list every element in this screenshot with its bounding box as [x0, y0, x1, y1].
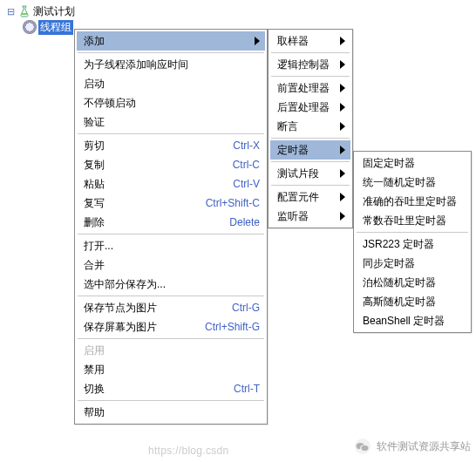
menu-separator: [271, 76, 350, 77]
menu-shortcut: Ctrl+Shift-G: [205, 321, 260, 333]
submenu-item-label: 断言: [277, 119, 330, 134]
submenu-item[interactable]: 取样器: [270, 31, 350, 51]
watermark-url: https://blog.csdn: [148, 445, 229, 457]
menu-add[interactable]: 添加: [77, 31, 265, 51]
tree-child-row[interactable]: 线程组: [5, 19, 75, 35]
menu-item[interactable]: 复写Ctrl+Shift-C: [77, 194, 265, 213]
timer-item[interactable]: 固定定时器: [356, 153, 469, 173]
tree-collapse-icon[interactable]: ⊟: [5, 6, 16, 17]
menu-separator: [78, 133, 264, 134]
submenu-arrow-icon: [340, 60, 345, 69]
timer-item-label: 高斯随机定时器: [363, 295, 464, 309]
menu-separator: [271, 52, 350, 53]
menu-item[interactable]: 启动: [77, 74, 265, 93]
timer-item[interactable]: JSR223 定时器: [356, 234, 469, 254]
add-submenu: 取样器逻辑控制器前置处理器后置处理器断言定时器测试片段配置元件监听器: [268, 29, 353, 228]
menu-item[interactable]: 删除Delete: [77, 213, 265, 232]
svg-point-1: [362, 445, 369, 451]
submenu-arrow-icon: [340, 193, 345, 201]
submenu-item[interactable]: 测试片段: [270, 164, 350, 183]
submenu-item[interactable]: 监听器: [270, 207, 350, 226]
submenu-item-label: 逻辑控制器: [277, 58, 330, 72]
menu-item-label: 启动: [84, 77, 260, 92]
menu-item-label: 为子线程添加响应时间: [84, 58, 260, 72]
submenu-arrow-icon: [340, 103, 345, 112]
menu-separator: [271, 138, 350, 139]
menu-item[interactable]: 验证: [77, 112, 265, 132]
menu-shortcut: Ctrl-V: [233, 178, 260, 190]
menu-item[interactable]: 选中部分保存为...: [77, 275, 265, 294]
menu-separator: [357, 232, 468, 233]
tree-panel: ⊟ 测试计划 线程组: [5, 3, 75, 35]
menu-item-label: 打开...: [84, 239, 260, 254]
menu-add-label: 添加: [84, 34, 244, 49]
timer-item[interactable]: 统一随机定时器: [356, 173, 469, 192]
submenu-item[interactable]: 配置元件: [270, 187, 350, 207]
submenu-item-label: 配置元件: [277, 190, 330, 205]
timer-item[interactable]: 准确的吞吐里定时器: [356, 192, 469, 211]
menu-separator: [271, 161, 350, 162]
menu-enable-label: 启用: [84, 343, 260, 358]
menu-item-label: 保存屏幕为图片: [84, 320, 187, 335]
menu-enable: 启用: [77, 341, 265, 360]
menu-disable-label: 禁用: [84, 363, 260, 377]
submenu-item[interactable]: 定时器: [270, 140, 350, 160]
menu-shortcut: Ctrl-X: [233, 139, 260, 152]
timer-item-label: 准确的吞吐里定时器: [363, 194, 464, 209]
submenu-item[interactable]: 前置处理器: [270, 78, 350, 98]
menu-item[interactable]: 剪切Ctrl-X: [77, 136, 265, 155]
submenu-item-label: 前置处理器: [277, 81, 330, 96]
timer-item-label: 同步定时器: [363, 256, 464, 271]
menu-item[interactable]: 不停顿启动: [77, 93, 265, 112]
menu-item-label: 不停顿启动: [84, 96, 260, 111]
menu-separator: [78, 52, 264, 53]
timer-item[interactable]: 高斯随机定时器: [356, 292, 469, 311]
menu-toggle-shortcut: Ctrl-T: [234, 383, 260, 395]
submenu-item[interactable]: 逻辑控制器: [270, 55, 350, 74]
menu-help[interactable]: 帮助: [77, 403, 265, 422]
menu-item[interactable]: 复制Ctrl-C: [77, 155, 265, 174]
submenu-arrow-icon: [255, 37, 260, 45]
tree-root-label[interactable]: 测试计划: [33, 4, 75, 19]
menu-item-label: 合并: [84, 258, 260, 273]
menu-shortcut: Ctrl-G: [232, 302, 260, 314]
menu-item[interactable]: 合并: [77, 255, 265, 275]
submenu-arrow-icon: [340, 169, 345, 178]
tree-child-label[interactable]: 线程组: [38, 20, 73, 35]
menu-item[interactable]: 为子线程添加响应时间: [77, 55, 265, 74]
gear-icon: [23, 20, 37, 34]
submenu-item-label: 取样器: [277, 34, 330, 49]
submenu-item-label: 后置处理器: [277, 100, 330, 115]
menu-item[interactable]: 打开...: [77, 236, 265, 255]
menu-shortcut: Delete: [229, 216, 260, 228]
timer-item-label: 固定定时器: [363, 156, 464, 171]
menu-item[interactable]: 保存屏幕为图片Ctrl+Shift-G: [77, 317, 265, 336]
menu-shortcut: Ctrl+Shift-C: [206, 197, 260, 209]
submenu-arrow-icon: [340, 84, 345, 92]
timer-item[interactable]: 常数吞吐里定时器: [356, 211, 469, 230]
submenu-item-label: 监听器: [277, 209, 330, 224]
timer-item[interactable]: 泊松随机定时器: [356, 273, 469, 292]
menu-item-label: 复写: [84, 196, 188, 211]
tree-root-row[interactable]: ⊟ 测试计划: [5, 3, 75, 19]
submenu-arrow-icon: [340, 212, 345, 221]
menu-separator: [78, 234, 264, 234]
menu-help-label: 帮助: [84, 405, 260, 420]
submenu-item[interactable]: 后置处理器: [270, 98, 350, 117]
menu-item[interactable]: 保存节点为图片Ctrl-G: [77, 298, 265, 317]
submenu-item[interactable]: 断言: [270, 117, 350, 136]
menu-item[interactable]: 粘贴Ctrl-V: [77, 174, 265, 194]
menu-toggle-label: 切换: [84, 382, 216, 397]
menu-item-label: 剪切: [84, 139, 215, 153]
watermark: 软件测试资源共享站: [354, 438, 471, 455]
menu-item-label: 粘贴: [84, 177, 215, 192]
menu-shortcut: Ctrl-C: [233, 159, 260, 171]
timer-item-label: 泊松随机定时器: [363, 275, 464, 290]
menu-item-label: 验证: [84, 115, 260, 130]
flask-icon: [17, 4, 31, 18]
timer-item[interactable]: BeanShell 定时器: [356, 311, 469, 330]
watermark-text: 软件测试资源共享站: [377, 439, 471, 454]
timer-item[interactable]: 同步定时器: [356, 254, 469, 273]
menu-toggle[interactable]: 切换 Ctrl-T: [77, 379, 265, 398]
menu-disable[interactable]: 禁用: [77, 360, 265, 379]
